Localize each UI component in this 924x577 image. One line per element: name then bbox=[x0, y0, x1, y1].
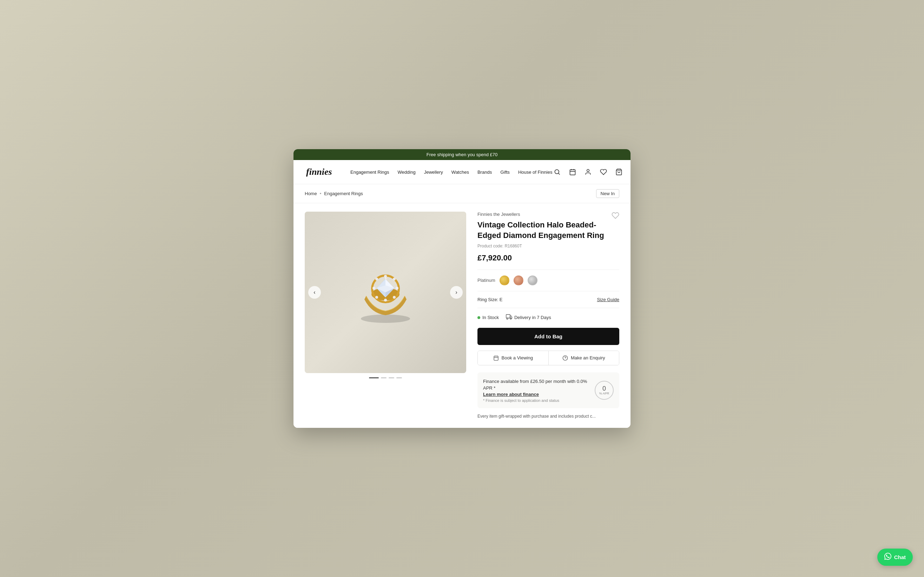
image-dot-1[interactable] bbox=[369, 377, 379, 378]
apr-badge: 0 % APR bbox=[595, 381, 614, 400]
product-image bbox=[305, 212, 466, 373]
svg-point-7 bbox=[587, 169, 589, 172]
logo-svg[interactable]: finnies bbox=[305, 164, 336, 178]
product-price: £7,920.00 bbox=[477, 253, 619, 263]
apr-number: 0 bbox=[602, 385, 606, 392]
stock-row: In Stock Delivery in 7 Days bbox=[477, 314, 619, 321]
logo[interactable]: finnies bbox=[305, 164, 336, 180]
stock-dot bbox=[477, 316, 480, 319]
new-in-badge[interactable]: New In bbox=[596, 189, 619, 198]
nav-wedding[interactable]: Wedding bbox=[398, 169, 416, 175]
header-icons bbox=[552, 167, 624, 177]
in-stock-label: In Stock bbox=[482, 315, 499, 320]
svg-point-14 bbox=[396, 287, 398, 290]
breadcrumb-separator: • bbox=[320, 191, 322, 196]
metal-white[interactable] bbox=[528, 276, 537, 285]
nav-house-of-finnies[interactable]: House of Finnies bbox=[518, 169, 553, 175]
image-next-button[interactable]: › bbox=[450, 286, 463, 299]
calendar-small-icon bbox=[493, 355, 499, 361]
ring-size-label: Ring Size: E bbox=[477, 297, 503, 302]
product-details: Finnies the Jewellers Vintage Collection… bbox=[477, 212, 619, 419]
nav-gifts[interactable]: Gifts bbox=[500, 169, 510, 175]
svg-line-2 bbox=[558, 173, 560, 175]
finance-text: Finance available from £26.50 per month … bbox=[483, 378, 595, 392]
svg-point-28 bbox=[506, 318, 508, 319]
svg-point-19 bbox=[375, 277, 378, 280]
svg-point-17 bbox=[375, 296, 378, 299]
calendar-icon[interactable] bbox=[568, 167, 577, 177]
breadcrumb-bar: Home • Engagement Rings New In bbox=[293, 184, 631, 203]
add-to-bag-button[interactable]: Add to Bag bbox=[477, 328, 619, 345]
svg-point-13 bbox=[393, 277, 396, 280]
ring-size-row: Ring Size: E Size Guide bbox=[477, 297, 619, 302]
svg-rect-30 bbox=[494, 356, 498, 360]
svg-point-16 bbox=[384, 299, 387, 301]
metal-yellow[interactable] bbox=[500, 276, 510, 285]
product-image-section: ‹ bbox=[305, 212, 466, 419]
image-prev-button[interactable]: ‹ bbox=[308, 286, 321, 299]
svg-point-18 bbox=[373, 287, 375, 290]
delivery-label: Delivery in 7 Days bbox=[514, 315, 551, 320]
main-content: ‹ bbox=[293, 203, 631, 427]
book-viewing-button[interactable]: Book a Viewing bbox=[478, 351, 549, 365]
breadcrumb-current: Engagement Rings bbox=[324, 191, 363, 196]
divider-1 bbox=[477, 269, 619, 270]
svg-line-26 bbox=[386, 278, 387, 279]
main-nav: Engagement Rings Wedding Jewellery Watch… bbox=[350, 169, 552, 175]
bag-icon[interactable] bbox=[614, 167, 624, 177]
ring-illustration bbox=[340, 257, 431, 327]
svg-point-15 bbox=[393, 296, 396, 299]
divider-3 bbox=[477, 308, 619, 308]
metal-label: Platinum bbox=[477, 277, 495, 283]
metal-rose[interactable] bbox=[514, 276, 523, 285]
size-guide-link[interactable]: Size Guide bbox=[597, 297, 619, 302]
finance-info: Finance available from £26.50 per month … bbox=[483, 378, 595, 403]
header: finnies Engagement Rings Wedding Jewelle… bbox=[293, 160, 631, 184]
product-code: Product code: R16860T bbox=[477, 243, 619, 248]
svg-point-29 bbox=[510, 318, 511, 319]
nav-watches[interactable]: Watches bbox=[452, 169, 469, 175]
wishlist-icon[interactable] bbox=[598, 167, 608, 177]
secondary-actions: Book a Viewing Make an Enquiry bbox=[477, 351, 619, 365]
product-details-header: Finnies the Jewellers bbox=[477, 212, 619, 217]
svg-point-12 bbox=[384, 275, 387, 277]
image-dot-4[interactable] bbox=[396, 377, 402, 378]
image-dot-3[interactable] bbox=[389, 377, 394, 378]
divider-2 bbox=[477, 291, 619, 291]
make-enquiry-button[interactable]: Make an Enquiry bbox=[549, 351, 619, 365]
image-dot-2[interactable] bbox=[381, 377, 387, 378]
finance-box: Finance available from £26.50 per month … bbox=[477, 372, 619, 408]
nav-engagement-rings[interactable]: Engagement Rings bbox=[350, 169, 389, 175]
product-brand: Finnies the Jewellers bbox=[477, 212, 619, 217]
svg-rect-3 bbox=[570, 170, 576, 175]
wishlist-button[interactable] bbox=[611, 212, 619, 221]
product-title: Vintage Collection Halo Beaded-Edged Dia… bbox=[477, 220, 619, 240]
breadcrumb: Home • Engagement Rings bbox=[305, 191, 363, 196]
svg-text:finnies: finnies bbox=[306, 167, 332, 177]
svg-rect-27 bbox=[506, 314, 510, 318]
announcement-text: Free shipping when you spend £70 bbox=[427, 152, 497, 157]
metal-selector: Platinum bbox=[477, 276, 619, 285]
nav-brands[interactable]: Brands bbox=[477, 169, 492, 175]
make-enquiry-label: Make an Enquiry bbox=[571, 355, 605, 361]
nav-jewellery[interactable]: Jewellery bbox=[424, 169, 443, 175]
book-viewing-label: Book a Viewing bbox=[502, 355, 533, 361]
question-icon bbox=[563, 355, 568, 361]
finance-learn-link[interactable]: Learn more about finance bbox=[483, 392, 595, 397]
image-dots bbox=[305, 377, 466, 378]
delivery-info: Delivery in 7 Days bbox=[506, 314, 551, 321]
announcement-bar: Free shipping when you spend £70 bbox=[293, 149, 631, 160]
apr-label: % APR bbox=[599, 392, 610, 395]
in-stock-indicator: In Stock bbox=[477, 315, 499, 320]
search-icon[interactable] bbox=[552, 167, 562, 177]
product-image-container: ‹ bbox=[305, 212, 466, 373]
svg-point-1 bbox=[555, 170, 559, 174]
gift-text: Every item gift-wrapped with purchase an… bbox=[477, 413, 619, 419]
finance-note: * Finance is subject to application and … bbox=[483, 398, 595, 403]
delivery-icon bbox=[506, 314, 512, 321]
svg-point-9 bbox=[361, 314, 410, 323]
breadcrumb-home[interactable]: Home bbox=[305, 191, 317, 196]
account-icon[interactable] bbox=[583, 167, 593, 177]
